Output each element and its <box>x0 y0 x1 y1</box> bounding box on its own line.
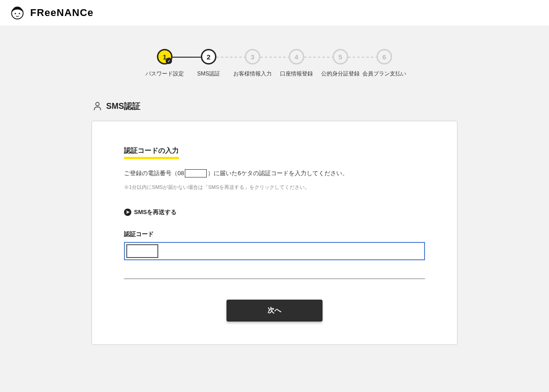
step-5: 5 公的身分証登録 <box>318 49 362 78</box>
svg-point-2 <box>19 13 20 14</box>
step-6: 6 会員プラン支払い <box>362 49 406 78</box>
step-3: 3 お客様情報入力 <box>231 49 274 78</box>
card: 認証コードの入力 ご登録の電話番号（08 ）に届いた6ケタの認証コードを入力して… <box>92 121 458 345</box>
code-field-label: 認証コード <box>124 230 425 238</box>
brand-face-icon <box>9 5 26 21</box>
instruction-pre: ご登録の電話番号（08 <box>124 169 184 177</box>
step-circle: 1 ✓ <box>157 49 172 64</box>
main-area: 1 ✓ パスワード設定 2 SMS認証 3 お客様情報入力 4 口座情報登 <box>0 26 549 392</box>
verification-code-input[interactable] <box>126 244 158 258</box>
resend-label: SMSを再送する <box>134 208 177 216</box>
step-circle: 4 <box>289 49 304 64</box>
step-label: お客様情報入力 <box>233 70 272 78</box>
step-circle: 2 <box>201 49 216 64</box>
note-text: ※1分以内にSMSが届かない場合は「SMSを再送する」をクリックしてください。 <box>124 184 425 191</box>
step-label: 会員プラン支払い <box>362 70 406 78</box>
instruction-text: ご登録の電話番号（08 ）に届いた6ケタの認証コードを入力してください。 <box>124 169 425 177</box>
content: SMS認証 認証コードの入力 ご登録の電話番号（08 ）に届いた6ケタの認証コー… <box>92 101 458 345</box>
step-connector <box>348 57 377 58</box>
instruction-post: ）に届いた6ケタの認証コードを入力してください。 <box>208 169 348 177</box>
step-circle: 5 <box>333 49 348 64</box>
step-number: 5 <box>339 53 342 61</box>
person-icon <box>93 102 102 111</box>
step-number: 4 <box>295 53 298 61</box>
section-title-row: SMS認証 <box>92 101 458 112</box>
step-label: 口座情報登録 <box>280 70 313 78</box>
step-connector <box>216 57 245 58</box>
step-label: パスワード設定 <box>145 70 184 78</box>
brand-name: FReeNANCe <box>30 7 94 19</box>
divider <box>124 279 425 279</box>
step-connector <box>260 57 289 58</box>
stepper: 1 ✓ パスワード設定 2 SMS認証 3 お客様情報入力 4 口座情報登 <box>0 49 549 78</box>
step-2: 2 SMS認証 <box>187 49 231 78</box>
svg-point-3 <box>96 102 99 106</box>
check-icon: ✓ <box>166 58 172 64</box>
step-connector <box>304 57 333 58</box>
step-number: 2 <box>207 53 210 61</box>
step-number: 3 <box>251 53 254 61</box>
step-label: SMS認証 <box>197 70 220 78</box>
step-connector <box>172 57 201 58</box>
header: FReeNANCe <box>0 0 549 26</box>
svg-point-1 <box>15 13 16 14</box>
phone-masked-box <box>185 169 207 177</box>
step-circle: 3 <box>245 49 260 64</box>
resend-sms-link[interactable]: ➤ SMSを再送する <box>124 208 425 216</box>
step-4: 4 口座情報登録 <box>274 49 318 78</box>
section-title: SMS認証 <box>106 101 140 112</box>
step-circle: 6 <box>377 49 392 64</box>
card-subheading: 認証コードの入力 <box>124 146 179 159</box>
step-1: 1 ✓ パスワード設定 <box>143 49 187 78</box>
chevron-right-icon: ➤ <box>124 209 131 216</box>
step-label: 公的身分証登録 <box>321 70 360 78</box>
next-button[interactable]: 次へ <box>226 300 323 322</box>
code-input-highlight <box>124 242 425 260</box>
step-number: 6 <box>382 53 386 61</box>
